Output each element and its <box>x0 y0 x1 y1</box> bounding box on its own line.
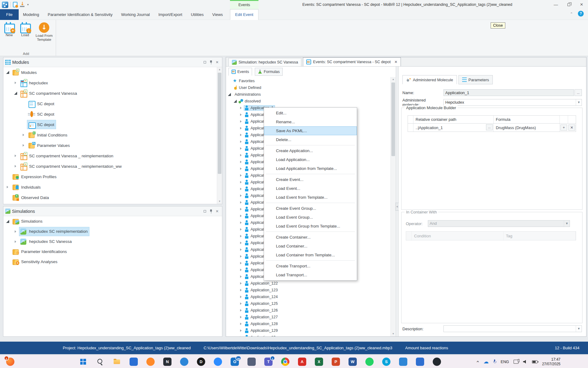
description-input[interactable]: ▼ <box>443 325 582 332</box>
events-item-application[interactable]: Application_124 <box>226 293 390 300</box>
panel-restore-icon[interactable] <box>202 59 208 65</box>
events-item-favorites[interactable]: Favorites <box>226 78 390 84</box>
excel[interactable]: X <box>315 358 323 366</box>
expander-icon[interactable] <box>239 248 243 251</box>
chrome[interactable] <box>281 358 289 366</box>
expander-icon[interactable] <box>239 167 243 171</box>
collapse-ribbon-chevron-icon[interactable]: ⌃ <box>570 12 573 15</box>
expander-icon[interactable] <box>228 86 231 90</box>
expander-icon[interactable] <box>6 196 9 199</box>
expander-icon[interactable] <box>228 93 231 96</box>
name-input[interactable] <box>443 89 574 96</box>
menu-item-load-application-from-template[interactable]: Load Application from Template... <box>264 164 357 173</box>
expander-icon[interactable] <box>239 174 243 177</box>
clock[interactable]: 17:47 27/07/2025 <box>542 357 560 366</box>
remote-desktop[interactable] <box>416 358 424 366</box>
expander-icon[interactable] <box>239 147 243 150</box>
scroll-thumb[interactable] <box>218 73 221 174</box>
module-item-individuals[interactable]: Individuals <box>3 182 222 192</box>
powerpoint[interactable]: P <box>332 358 340 366</box>
expander-icon[interactable] <box>239 268 243 272</box>
simulation-item-hepcludex-sc-vanessa[interactable]: hepcludex SC Vanessa <box>3 236 222 247</box>
module-item-initial-conditions[interactable]: Initial Conditions <box>3 130 222 140</box>
expander-icon[interactable] <box>239 160 243 164</box>
expander-icon[interactable] <box>6 260 9 264</box>
events-item-administrations[interactable]: Administrations <box>226 91 390 98</box>
expander-icon[interactable] <box>22 112 25 116</box>
menu-item-create-event[interactable]: Create Event... <box>264 175 357 184</box>
module-item-modules[interactable]: Modules <box>3 67 222 78</box>
expander-icon[interactable] <box>239 120 243 123</box>
menu-item-delete[interactable]: Delete... <box>264 135 357 144</box>
menu-item-load-event-group[interactable]: Load Event Group... <box>264 213 357 222</box>
acrobat[interactable]: A <box>298 358 306 366</box>
expander-icon[interactable] <box>239 133 243 137</box>
events-item-application[interactable]: Application_125 <box>226 300 390 307</box>
row-handle[interactable] <box>408 124 413 132</box>
simulation-item-sensitivity-analyses[interactable]: Sensitivity Analyses <box>3 257 222 267</box>
tab-parameters[interactable]: Parameters <box>458 75 493 84</box>
simulation-item-parameter-identifications[interactable]: Parameter Identifications <box>3 247 222 257</box>
module-item-observed-data[interactable]: Observed Data <box>3 192 222 203</box>
events-item-application[interactable]: Application_123 <box>226 287 390 293</box>
module-item-reimplementation[interactable]: SC compartment Vanessa _ reimplementatio… <box>3 151 222 161</box>
menu-item-create-container[interactable]: Create Container... <box>264 233 357 242</box>
scroll-thumb[interactable] <box>391 82 395 156</box>
restore-button[interactable] <box>562 0 575 9</box>
module-item-expression-profiles[interactable]: Expression Profiles <box>3 171 222 182</box>
expander-icon[interactable] <box>239 309 243 312</box>
zoom[interactable] <box>214 358 222 366</box>
events-item-dissolved[interactable]: dissolved <box>226 98 390 105</box>
widgets[interactable] <box>130 358 138 366</box>
ribbon-tab-working-journal[interactable]: Working Journal <box>117 9 154 20</box>
expander-icon[interactable] <box>14 240 17 243</box>
notification-alert-icon[interactable]: 2 <box>6 358 14 366</box>
expander-icon[interactable] <box>14 91 17 95</box>
edge[interactable] <box>180 358 188 366</box>
scroll-up-icon[interactable]: ▲ <box>217 67 222 72</box>
expander-icon[interactable] <box>239 194 243 197</box>
menu-item-load-container[interactable]: Load Container... <box>264 242 357 251</box>
relative-container-path-cell[interactable]: ..|Application_1 ... <box>413 124 494 132</box>
expander-icon[interactable] <box>239 288 243 292</box>
close-tab-icon[interactable]: ✕ <box>394 60 398 64</box>
panel-close-icon[interactable]: ✕ <box>214 208 220 214</box>
chevron-down-icon[interactable]: ▼ <box>576 326 582 332</box>
help-icon[interactable]: ? <box>578 11 584 17</box>
skype[interactable]: S <box>382 358 390 366</box>
expander-icon[interactable] <box>239 140 243 144</box>
expander-icon[interactable] <box>6 175 9 178</box>
save-pkml-quick-icon[interactable] <box>13 2 17 7</box>
events-item-application[interactable]: Application_126 <box>226 307 390 314</box>
menu-item-load-container-from-template[interactable]: Load Container from Template... <box>264 251 357 259</box>
module-item-sc-depot-transport[interactable]: SC depot <box>3 109 222 119</box>
scroll-up-icon[interactable]: ▲ <box>391 77 396 82</box>
expander-icon[interactable] <box>239 282 243 285</box>
panel-pin-icon[interactable] <box>208 208 214 214</box>
expander-icon[interactable] <box>239 201 243 204</box>
module-item-sc-depot-spatial[interactable]: SC depot <box>3 98 222 109</box>
expander-icon[interactable] <box>239 295 243 299</box>
ribbon-tab-views[interactable]: Views <box>208 9 227 20</box>
panel-close-icon[interactable]: ✕ <box>214 59 220 65</box>
menu-item-save-as-pkml[interactable]: Save As PKML... <box>264 126 357 135</box>
expander-icon[interactable] <box>14 164 17 168</box>
panel-pin-icon[interactable] <box>208 59 214 65</box>
menu-item-load-application[interactable]: Load Application... <box>264 155 357 164</box>
modules-scrollbar[interactable]: ▲ ▼ <box>217 67 222 204</box>
tab-events-sc-compartment-vanessa[interactable]: Events: SC compartment Vanessa - SC depo… <box>303 57 401 66</box>
expander-icon[interactable] <box>6 185 9 189</box>
menu-item-load-event[interactable]: Load Event... <box>264 184 357 193</box>
expander-icon[interactable] <box>239 106 243 110</box>
simulation-item-simulations[interactable]: Simulations <box>3 216 222 226</box>
language-indicator[interactable]: ENG <box>501 360 509 364</box>
expander-icon[interactable] <box>239 241 243 245</box>
close-button[interactable]: × <box>575 0 588 9</box>
events-item-application[interactable]: Application_129 <box>226 327 390 334</box>
expander-icon[interactable] <box>239 207 243 211</box>
expander-icon[interactable] <box>6 220 9 223</box>
expander-icon[interactable] <box>239 228 243 231</box>
expander-icon[interactable] <box>6 71 9 74</box>
events-item-application[interactable]: Application_122 <box>226 280 390 287</box>
module-item-sc-depot-events[interactable]: SC depot <box>3 119 222 130</box>
